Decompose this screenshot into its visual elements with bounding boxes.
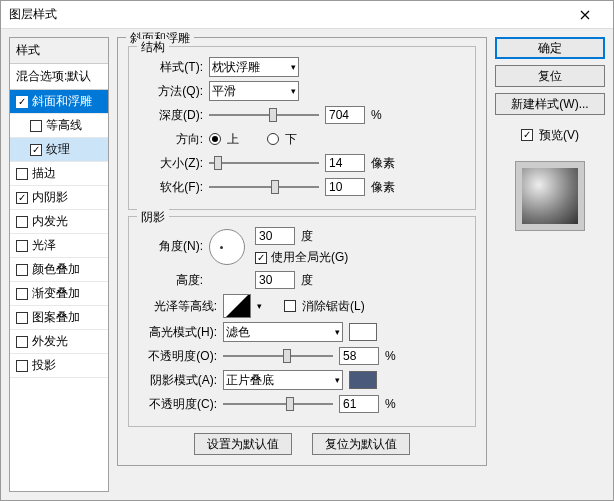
style-item-5[interactable]: 内发光 xyxy=(10,210,108,234)
style-item-4[interactable]: 内阴影 xyxy=(10,186,108,210)
make-default-button[interactable]: 设置为默认值 xyxy=(194,433,292,455)
highlight-opacity-label: 不透明度(O): xyxy=(137,348,217,365)
highlight-color-swatch[interactable] xyxy=(349,323,377,341)
chevron-down-icon: ▾ xyxy=(291,62,296,72)
size-input[interactable]: 14 xyxy=(325,154,365,172)
direction-down-label: 下 xyxy=(285,131,297,148)
style-checkbox[interactable] xyxy=(16,360,28,372)
style-item-1[interactable]: 等高线 xyxy=(10,114,108,138)
style-checkbox[interactable] xyxy=(16,336,28,348)
shadow-mode-select[interactable]: 正片叠底▾ xyxy=(223,370,343,390)
style-item-3[interactable]: 描边 xyxy=(10,162,108,186)
style-item-label: 斜面和浮雕 xyxy=(32,93,92,110)
preview-thumbnail xyxy=(515,161,585,231)
style-item-8[interactable]: 渐变叠加 xyxy=(10,282,108,306)
settings-panel: 斜面和浮雕 结构 样式(T): 枕状浮雕▾ 方法(Q): 平滑▾ xyxy=(117,37,487,492)
highlight-mode-label: 高光模式(H): xyxy=(137,324,217,341)
highlight-opacity-slider[interactable] xyxy=(223,347,333,365)
chevron-down-icon: ▾ xyxy=(291,86,296,96)
style-checkbox[interactable] xyxy=(16,192,28,204)
blend-options-default[interactable]: 混合选项:默认 xyxy=(10,64,108,90)
depth-slider[interactable] xyxy=(209,106,319,124)
gloss-contour-picker[interactable] xyxy=(223,294,251,318)
antialias-label: 消除锯齿(L) xyxy=(302,298,365,315)
altitude-label: 高度: xyxy=(137,272,203,289)
close-button[interactable] xyxy=(565,1,605,29)
style-item-label: 内阴影 xyxy=(32,189,68,206)
style-item-0[interactable]: 斜面和浮雕 xyxy=(10,90,108,114)
style-item-label: 纹理 xyxy=(46,141,70,158)
style-item-7[interactable]: 颜色叠加 xyxy=(10,258,108,282)
style-item-6[interactable]: 光泽 xyxy=(10,234,108,258)
soften-input[interactable]: 10 xyxy=(325,178,365,196)
global-light-label: 使用全局光(G) xyxy=(271,249,348,266)
ok-button[interactable]: 确定 xyxy=(495,37,605,59)
gloss-contour-label: 光泽等高线: xyxy=(137,298,217,315)
new-style-button[interactable]: 新建样式(W)... xyxy=(495,93,605,115)
size-label: 大小(Z): xyxy=(137,155,203,172)
method-select[interactable]: 平滑▾ xyxy=(209,81,299,101)
highlight-opacity-unit: % xyxy=(385,349,411,363)
shadow-opacity-input[interactable]: 61 xyxy=(339,395,379,413)
style-item-label: 光泽 xyxy=(32,237,56,254)
style-checkbox[interactable] xyxy=(16,264,28,276)
altitude-input[interactable]: 30 xyxy=(255,271,295,289)
style-checkbox[interactable] xyxy=(16,288,28,300)
direction-label: 方向: xyxy=(137,131,203,148)
bevel-groupbox: 斜面和浮雕 结构 样式(T): 枕状浮雕▾ 方法(Q): 平滑▾ xyxy=(117,37,487,466)
global-light-checkbox[interactable] xyxy=(255,252,267,264)
chevron-down-icon: ▾ xyxy=(335,375,340,385)
shadow-opacity-label: 不透明度(C): xyxy=(137,396,217,413)
soften-unit: 像素 xyxy=(371,179,397,196)
style-checkbox[interactable] xyxy=(30,144,42,156)
style-checkbox[interactable] xyxy=(16,168,28,180)
angle-input[interactable]: 30 xyxy=(255,227,295,245)
chevron-down-icon[interactable]: ▾ xyxy=(257,301,262,311)
highlight-opacity-input[interactable]: 58 xyxy=(339,347,379,365)
style-checkbox[interactable] xyxy=(30,120,42,132)
shadow-color-swatch[interactable] xyxy=(349,371,377,389)
layer-style-dialog: 图层样式 样式 混合选项:默认 斜面和浮雕等高线纹理描边内阴影内发光光泽颜色叠加… xyxy=(0,0,614,501)
direction-up-label: 上 xyxy=(227,131,239,148)
shadow-mode-label: 阴影模式(A): xyxy=(137,372,217,389)
shadow-opacity-slider[interactable] xyxy=(223,395,333,413)
style-item-label: 投影 xyxy=(32,357,56,374)
depth-input[interactable]: 704 xyxy=(325,106,365,124)
style-item-11[interactable]: 投影 xyxy=(10,354,108,378)
titlebar: 图层样式 xyxy=(1,1,613,29)
structure-group: 结构 样式(T): 枕状浮雕▾ 方法(Q): 平滑▾ 深 xyxy=(128,46,476,210)
direction-down-radio[interactable] xyxy=(267,133,279,145)
preview-checkbox[interactable] xyxy=(521,129,533,141)
antialias-checkbox[interactable] xyxy=(284,300,296,312)
size-unit: 像素 xyxy=(371,155,397,172)
direction-up-radio[interactable] xyxy=(209,133,221,145)
chevron-down-icon: ▾ xyxy=(335,327,340,337)
soften-slider[interactable] xyxy=(209,178,319,196)
shading-legend: 阴影 xyxy=(137,209,169,226)
style-item-label: 图案叠加 xyxy=(32,309,80,326)
right-column: 确定 复位 新建样式(W)... 预览(V) xyxy=(495,37,605,492)
style-item-2[interactable]: 纹理 xyxy=(10,138,108,162)
styles-list: 样式 混合选项:默认 斜面和浮雕等高线纹理描边内阴影内发光光泽颜色叠加渐变叠加图… xyxy=(9,37,109,492)
angle-dial[interactable] xyxy=(209,229,245,265)
style-item-label: 颜色叠加 xyxy=(32,261,80,278)
reset-default-button[interactable]: 复位为默认值 xyxy=(312,433,410,455)
style-checkbox[interactable] xyxy=(16,312,28,324)
style-select[interactable]: 枕状浮雕▾ xyxy=(209,57,299,77)
style-item-label: 外发光 xyxy=(32,333,68,350)
shading-group: 阴影 角度(N): 30 度 使用全局光(G) xyxy=(128,216,476,427)
depth-label: 深度(D): xyxy=(137,107,203,124)
styles-header: 样式 xyxy=(10,38,108,64)
close-icon xyxy=(580,10,590,20)
style-item-10[interactable]: 外发光 xyxy=(10,330,108,354)
style-item-9[interactable]: 图案叠加 xyxy=(10,306,108,330)
depth-unit: % xyxy=(371,108,397,122)
angle-unit: 度 xyxy=(301,228,327,245)
highlight-mode-select[interactable]: 滤色▾ xyxy=(223,322,343,342)
style-checkbox[interactable] xyxy=(16,240,28,252)
size-slider[interactable] xyxy=(209,154,319,172)
altitude-unit: 度 xyxy=(301,272,327,289)
style-checkbox[interactable] xyxy=(16,216,28,228)
cancel-button[interactable]: 复位 xyxy=(495,65,605,87)
style-checkbox[interactable] xyxy=(16,96,28,108)
